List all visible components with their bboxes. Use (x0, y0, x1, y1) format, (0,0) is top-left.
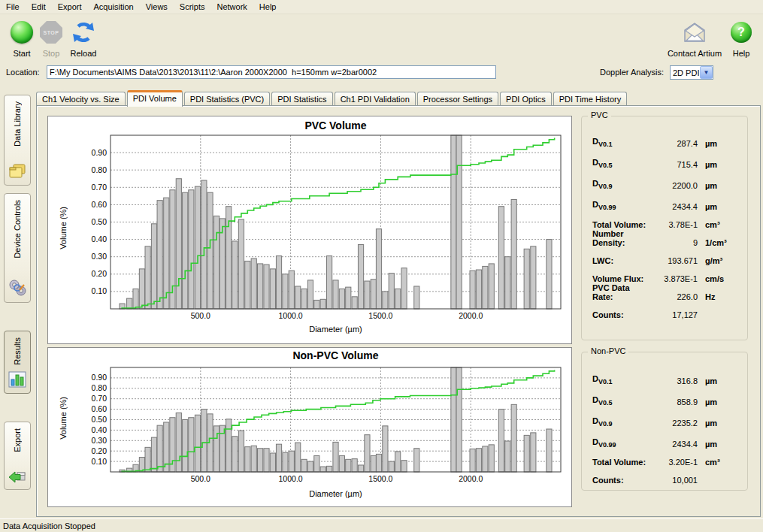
menu-help[interactable]: Help (253, 1, 283, 13)
start-button[interactable]: Start (6, 19, 38, 58)
svg-text:0.90: 0.90 (92, 148, 107, 157)
menu-acquisition[interactable]: Acquisition (88, 1, 140, 13)
svg-text:0.90: 0.90 (92, 373, 107, 382)
svg-text:0.60: 0.60 (92, 404, 107, 413)
stat-row-number-density: Number Density:91/cm³ (582, 229, 747, 247)
toolbar: Start STOP Stop Reload (0, 14, 763, 62)
tab-pdi-statistics[interactable]: PDI Statistics (271, 92, 332, 106)
svg-text:2000.0: 2000.0 (459, 311, 483, 320)
svg-text:0.30: 0.30 (92, 252, 107, 261)
stat-row-counts: Counts:10,001 (582, 467, 747, 485)
pvc-group-title: PVC (588, 110, 611, 119)
menu-scripts[interactable]: Scripts (174, 1, 211, 13)
contact-artium-button[interactable]: Contact Artium (660, 19, 729, 58)
pvc-x-axis-label: Diameter (µm) (111, 325, 561, 334)
start-label: Start (6, 49, 38, 58)
menu-views[interactable]: Views (140, 1, 174, 13)
folders-icon (8, 162, 27, 180)
svg-text:0.10: 0.10 (92, 286, 107, 295)
menu-edit[interactable]: Edit (26, 1, 52, 13)
tab-processor-settings[interactable]: Processor Settings (417, 92, 498, 106)
stat-row-total-volume: Total Volume:3.78E-1cm³ (582, 211, 747, 229)
non-pvc-volume-chart: 0.100.200.300.400.500.600.700.800.90500.… (48, 348, 571, 506)
tab-pdi-optics[interactable]: PDI Optics (500, 92, 552, 106)
stat-row-dv05: DV0.5858.9µm (582, 385, 747, 407)
non-pvc-y-axis-label: Volume (%) (59, 397, 68, 441)
sidebar-item-export[interactable]: Export (4, 422, 31, 490)
stop-icon: STOP (40, 21, 62, 44)
location-label: Location: (6, 68, 40, 77)
svg-text:0.20: 0.20 (92, 446, 107, 455)
sidebar-item-results[interactable]: Results (4, 331, 31, 394)
svg-text:0.50: 0.50 (92, 415, 107, 424)
stat-row-dv099: DV0.992434.4µm (582, 428, 747, 449)
svg-text:1000.0: 1000.0 (279, 474, 303, 483)
svg-text:0.40: 0.40 (92, 234, 107, 243)
stat-row-lwc: LWC:193.671g/m³ (582, 247, 747, 265)
doppler-analysis-label: Doppler Analysis: (600, 68, 664, 77)
svg-text:1500.0: 1500.0 (368, 311, 392, 320)
location-input[interactable] (47, 65, 496, 79)
tab-pdi-statistics-pvc[interactable]: PDI Statistics (PVC) (184, 92, 270, 106)
stat-row-dv09: DV0.92200.0µm (582, 169, 747, 190)
stat-row-dv05: DV0.5715.4µm (582, 148, 747, 169)
tab-ch1-velocity-vs-size[interactable]: Ch1 Velocity vs. Size (36, 92, 126, 106)
reload-icon (66, 19, 101, 46)
svg-text:0.70: 0.70 (92, 183, 107, 192)
non-pvc-volume-chart-panel: Non-PVC Volume Volume (%) 0.100.200.300.… (47, 347, 572, 507)
tab-pdi-volume[interactable]: PDI Volume (127, 90, 183, 107)
help-button[interactable]: ? Help (728, 19, 755, 58)
location-row: Location: Doppler Analysis: 2D PDI ▼ (0, 63, 763, 83)
svg-text:0.80: 0.80 (92, 165, 107, 174)
tab-content-panel: PVC Volume Volume (%) 0.100.200.300.400.… (36, 105, 761, 517)
stat-row-pvc-data-rate: PVC Data Rate:226.0Hz (582, 283, 747, 301)
svg-text:0.30: 0.30 (92, 436, 107, 445)
tab-ch1-pdi-validation[interactable]: Ch1 PDI Validation (335, 92, 416, 106)
start-icon (11, 21, 33, 44)
contact-artium-label: Contact Artium (660, 49, 729, 58)
svg-text:0.20: 0.20 (92, 269, 107, 278)
tab-pdi-time-history[interactable]: PDI Time History (553, 92, 628, 106)
menu-file[interactable]: File (0, 1, 26, 13)
pvc-volume-chart: 0.100.200.300.400.500.600.700.800.90500.… (48, 116, 571, 343)
sidebar: Data Library Device Controls (0, 84, 35, 518)
pvc-volume-chart-panel: PVC Volume Volume (%) 0.100.200.300.400.… (47, 116, 572, 344)
doppler-analysis-select[interactable]: 2D PDI ▼ (670, 65, 713, 80)
stat-row-dv01: DV0.1316.8µm (582, 364, 747, 385)
svg-text:0.70: 0.70 (92, 394, 107, 403)
sidebar-label-device-controls: Device Controls (13, 200, 22, 258)
menu-network[interactable]: Network (210, 1, 253, 13)
envelope-icon (660, 19, 729, 46)
sidebar-label-results: Results (13, 337, 22, 365)
menu-export[interactable]: Export (52, 1, 88, 13)
pvc-stats-group: PVC DV0.1287.4µm DV0.5715.4µm DV0.92200.… (581, 116, 748, 340)
sidebar-item-data-library[interactable]: Data Library (4, 95, 31, 186)
non-pvc-group-title: Non-PVC (588, 346, 628, 355)
stat-row-total-volume: Total Volume:3.20E-1cm³ (582, 449, 747, 467)
svg-text:1000.0: 1000.0 (279, 311, 303, 320)
stop-button[interactable]: STOP Stop (38, 19, 65, 58)
sidebar-item-device-controls[interactable]: Device Controls (4, 193, 31, 303)
status-text: Data Acquisition Stopped (3, 521, 95, 530)
svg-text:1500.0: 1500.0 (368, 474, 392, 483)
gears-icon (8, 278, 27, 298)
pvc-chart-title: PVC Volume (111, 119, 561, 131)
tab-strip: Ch1 Velocity vs. Size PDI Volume PDI Sta… (36, 90, 628, 106)
pvc-y-axis-label: Volume (%) (59, 207, 68, 251)
chevron-down-icon[interactable]: ▼ (700, 66, 713, 79)
reload-button[interactable]: Reload (66, 19, 101, 58)
svg-text:500.0: 500.0 (191, 474, 210, 483)
svg-text:2000.0: 2000.0 (459, 474, 483, 483)
svg-text:500.0: 500.0 (191, 311, 210, 320)
doppler-analysis-value: 2D PDI (671, 68, 700, 77)
help-icon: ? (731, 22, 752, 43)
application-window: File Edit Export Acquisition Views Scrip… (0, 0, 763, 532)
stat-row-counts: Counts:17,127 (582, 301, 747, 319)
menu-bar: File Edit Export Acquisition Views Scrip… (0, 0, 763, 14)
svg-text:0.10: 0.10 (92, 457, 107, 466)
sidebar-label-export: Export (13, 428, 22, 452)
status-bar: Data Acquisition Stopped (0, 518, 763, 532)
svg-text:0.50: 0.50 (92, 217, 107, 226)
stat-row-dv09: DV0.92235.2µm (582, 407, 747, 428)
stop-label: Stop (38, 49, 65, 58)
